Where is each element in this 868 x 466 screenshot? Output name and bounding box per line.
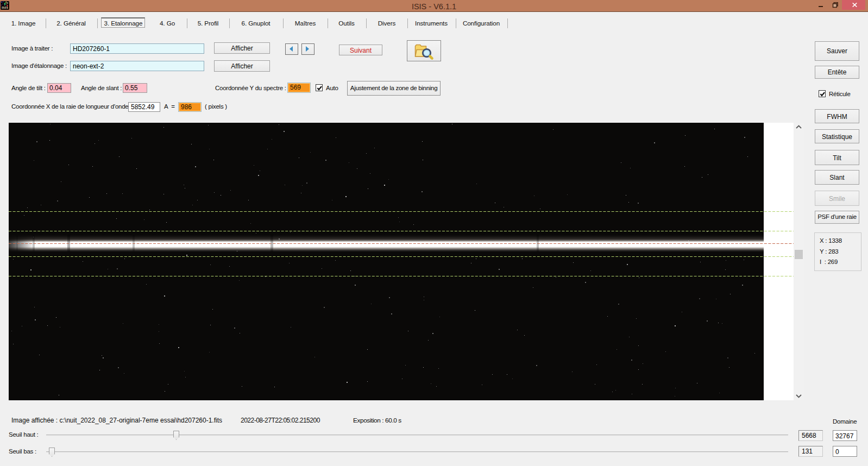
svg-text:ISIS: ISIS — [2, 6, 8, 9]
